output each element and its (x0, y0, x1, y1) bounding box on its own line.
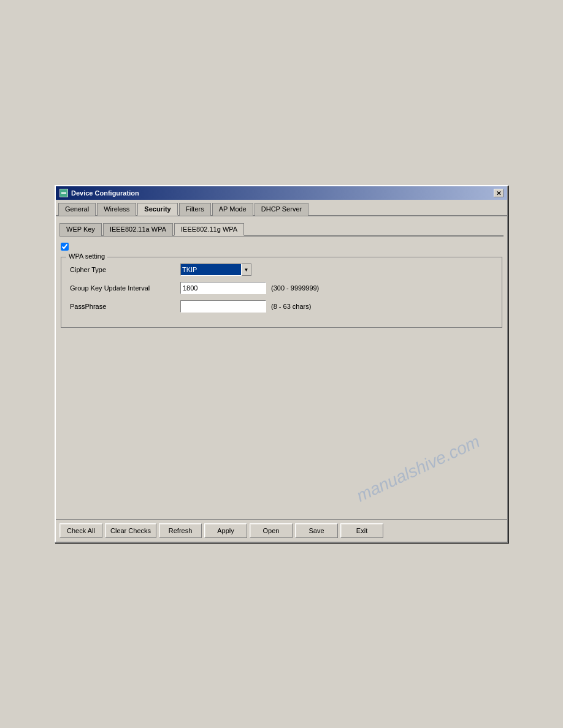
tab-security[interactable]: Security (137, 203, 177, 216)
cipher-type-dropdown-arrow[interactable]: ▼ (242, 264, 251, 276)
save-button[interactable]: Save (295, 523, 338, 538)
exit-button[interactable]: Exit (340, 523, 383, 538)
cipher-type-row: Cipher Type TKIP AES TKIP+AES ▼ (70, 264, 493, 276)
cipher-type-select-wrapper: TKIP AES TKIP+AES ▼ (180, 264, 251, 276)
enable-checkbox-row (59, 240, 504, 253)
tab-wireless[interactable]: Wireless (97, 203, 136, 216)
cipher-type-label: Cipher Type (70, 266, 180, 273)
check-all-button[interactable]: Check All (59, 523, 102, 538)
title-bar-left: Device Configuration (59, 189, 139, 197)
tab-filters[interactable]: Filters (179, 203, 211, 216)
tab-ap-mode[interactable]: AP Mode (212, 203, 253, 216)
group-key-input[interactable]: 1800 (180, 282, 266, 294)
open-button[interactable]: Open (250, 523, 293, 538)
sub-tab-ieee80211a-wpa[interactable]: IEEE802.11a WPA (103, 223, 173, 236)
refresh-button[interactable]: Refresh (159, 523, 202, 538)
bottom-buttons: Check All Clear Checks Refresh Apply Ope… (56, 519, 507, 542)
passphrase-hint: (8 - 63 chars) (271, 303, 311, 310)
wpa-setting-group: WPA setting Cipher Type TKIP AES TKIP+AE… (61, 257, 502, 328)
sub-tab-wep-key[interactable]: WEP Key (59, 223, 102, 236)
clear-checks-button[interactable]: Clear Checks (105, 523, 156, 538)
window-icon (59, 189, 68, 197)
apply-button[interactable]: Apply (204, 523, 247, 538)
group-key-row: Group Key Update Interval 1800 (300 - 99… (70, 282, 493, 294)
tab-dhcp-server[interactable]: DHCP Server (255, 203, 308, 216)
title-bar: Device Configuration ✕ (56, 186, 507, 200)
close-button[interactable]: ✕ (494, 189, 504, 197)
main-content-area: manualshive.com (59, 332, 504, 515)
passphrase-input[interactable] (180, 300, 266, 313)
group-box-legend: WPA setting (66, 252, 107, 260)
enable-checkbox[interactable] (61, 243, 69, 251)
main-tabs: General Wireless Security Filters AP Mod… (56, 200, 507, 216)
watermark: manualshive.com (354, 431, 483, 506)
main-window: Device Configuration ✕ General Wireless … (55, 185, 508, 543)
passphrase-row: PassPhrase (8 - 63 chars) (70, 300, 493, 313)
passphrase-label: PassPhrase (70, 303, 180, 310)
group-key-hint: (300 - 9999999) (271, 284, 319, 292)
tab-general[interactable]: General (58, 203, 96, 216)
sub-tabs: WEP Key IEEE802.11a WPA IEEE802.11g WPA (59, 220, 504, 237)
window-title: Device Configuration (71, 189, 139, 197)
svg-rect-1 (61, 192, 66, 194)
sub-tab-ieee80211g-wpa[interactable]: IEEE802.11g WPA (174, 223, 244, 236)
group-key-label: Group Key Update Interval (70, 284, 180, 292)
content-area: WEP Key IEEE802.11a WPA IEEE802.11g WPA … (56, 216, 507, 519)
cipher-type-select[interactable]: TKIP AES TKIP+AES (180, 264, 242, 276)
